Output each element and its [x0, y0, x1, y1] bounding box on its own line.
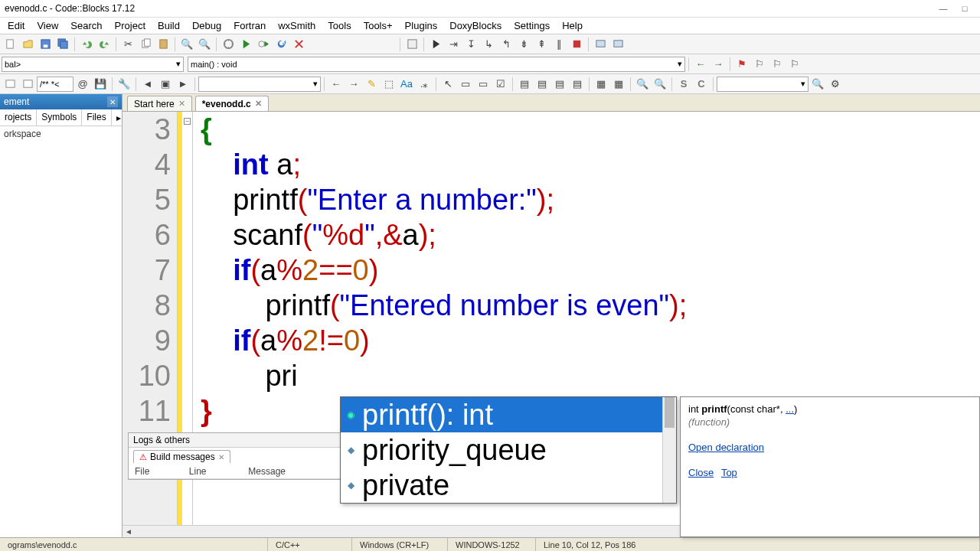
new-file-icon[interactable] [2, 36, 18, 53]
doxy-save-icon[interactable]: 💾 [92, 76, 109, 93]
maximize-button[interactable]: □ [954, 2, 975, 15]
open-declaration-link[interactable]: Open declaration [688, 442, 764, 453]
nav-back-icon[interactable]: ← [692, 56, 709, 73]
open-icon[interactable] [19, 36, 36, 53]
menu-view[interactable]: View [31, 18, 64, 33]
bookmark-prev-icon[interactable]: ⚐ [751, 56, 768, 73]
run-icon[interactable] [237, 36, 254, 53]
build-run-icon[interactable] [255, 36, 272, 53]
close-tab-icon[interactable]: ✕ [178, 99, 185, 109]
autocomplete-item-priority-queue[interactable]: ◆ priority_queue [341, 432, 676, 468]
c-icon[interactable]: C [693, 76, 710, 93]
panel3-icon[interactable]: ▤ [551, 76, 568, 93]
menu-project[interactable]: Project [109, 18, 152, 33]
settings-gear-icon[interactable]: ⚙ [827, 76, 844, 93]
doxy-at-icon[interactable]: @ [74, 76, 91, 93]
col-file[interactable]: File [129, 465, 183, 479]
run-to-cursor-icon[interactable]: ⇥ [445, 36, 462, 53]
save-icon[interactable] [37, 36, 54, 53]
s-icon[interactable]: S [675, 76, 692, 93]
scroll-left-icon[interactable]: ◄ [122, 527, 135, 536]
copy-icon[interactable] [137, 36, 154, 53]
menu-edit[interactable]: Edit [2, 18, 31, 33]
close-log-tab-icon[interactable]: ✕ [218, 453, 224, 461]
doc-varargs-link[interactable]: ... [786, 403, 794, 415]
autocomplete-popup[interactable]: ◉ printf(): int ◆ priority_queue ◆ priva… [340, 396, 677, 504]
close-doc-link[interactable]: Close [688, 467, 714, 478]
undo-icon[interactable] [78, 36, 95, 53]
zoom-in-icon[interactable]: 🔍 [634, 76, 651, 93]
doxy-wrench-icon[interactable]: 🔧 [116, 76, 132, 93]
tab-start-here[interactable]: Start here ✕ [127, 96, 192, 111]
target-icon[interactable] [403, 36, 420, 53]
replace-icon[interactable]: 🔍 [196, 36, 213, 53]
close-panel-icon[interactable]: ✕ [107, 96, 118, 107]
goto-dropdown[interactable]: ▾ [198, 77, 321, 92]
match-case-icon[interactable]: Aa [398, 76, 415, 93]
panel4-icon[interactable]: ▤ [569, 76, 586, 93]
debug-run-icon[interactable] [427, 36, 444, 53]
zoom-out-icon[interactable]: 🔍 [652, 76, 668, 93]
step-instr-icon[interactable]: ⇞ [533, 36, 550, 53]
build-icon[interactable] [220, 36, 237, 53]
save-all-icon[interactable] [54, 36, 71, 53]
minimize-button[interactable]: — [933, 2, 954, 15]
menu-search[interactable]: Search [64, 18, 108, 33]
doxy-line-icon[interactable] [19, 76, 36, 93]
col-line[interactable]: Line [183, 465, 243, 479]
scope-dropdown[interactable]: bal>▾ [2, 57, 184, 72]
autocomplete-item-private[interactable]: ◆ private [341, 468, 676, 503]
tab-projects[interactable]: rojects [0, 109, 37, 126]
comment-style-dropdown[interactable]: /** *< [37, 77, 74, 92]
fold-toggle-icon[interactable]: − [184, 118, 191, 125]
tab-build-messages[interactable]: ⚠ Build messages ✕ [133, 450, 230, 463]
arrow-left-icon[interactable]: ← [328, 76, 345, 93]
cut-icon[interactable]: ✂ [119, 36, 136, 53]
top-doc-link[interactable]: Top [721, 467, 737, 478]
next-instr-icon[interactable]: ⇟ [515, 36, 532, 53]
menu-debug[interactable]: Debug [186, 18, 227, 33]
autocomplete-scrollbar[interactable] [662, 397, 676, 503]
next-line-icon[interactable]: ↧ [462, 36, 479, 53]
select-word-icon[interactable]: ⬚ [381, 76, 397, 93]
jump-fwd-icon[interactable]: ► [175, 76, 191, 93]
redo-icon[interactable] [96, 36, 113, 53]
find-icon[interactable]: 🔍 [178, 36, 195, 53]
function-dropdown[interactable]: main() : void▾ [188, 57, 685, 72]
doxy-block-icon[interactable] [2, 76, 18, 93]
tab-files[interactable]: Files [82, 109, 111, 126]
menu-fortran[interactable]: Fortran [227, 18, 272, 33]
break-icon[interactable]: ‖ [550, 36, 567, 53]
menu-build[interactable]: Build [152, 18, 186, 33]
grid2-icon[interactable]: ▦ [610, 76, 627, 93]
regex-icon[interactable]: .⁎ [416, 76, 433, 93]
debug-windows-icon[interactable] [592, 36, 609, 53]
search-go-icon[interactable]: 🔍 [809, 76, 826, 93]
paste-icon[interactable] [155, 36, 172, 53]
menu-plugins[interactable]: Plugins [399, 18, 444, 33]
bookmark-next-icon[interactable]: ⚐ [769, 56, 786, 73]
menu-settings[interactable]: Settings [508, 18, 556, 33]
bookmark-clear-icon[interactable]: ⚐ [786, 56, 803, 73]
bookmark-flag-icon[interactable]: ⚑ [733, 56, 750, 73]
workspace-node[interactable]: orkspace [4, 129, 118, 139]
tab-evenodd[interactable]: *evenodd.c ✕ [195, 96, 269, 111]
panel1-icon[interactable]: ▤ [516, 76, 533, 93]
text-dropdown[interactable]: ▾ [717, 77, 808, 92]
nav-fwd-icon[interactable]: → [710, 56, 727, 73]
arrow-right-icon[interactable]: → [345, 76, 362, 93]
tab-symbols[interactable]: Symbols [37, 109, 82, 126]
info-icon[interactable] [609, 36, 626, 53]
autocomplete-item-printf[interactable]: ◉ printf(): int [341, 397, 676, 432]
abort-icon[interactable] [290, 36, 307, 53]
stop-icon[interactable] [568, 36, 585, 53]
btn-rect-icon[interactable]: ▭ [457, 76, 474, 93]
menu-tools-plus[interactable]: Tools+ [358, 18, 399, 33]
rebuild-icon[interactable] [273, 36, 289, 53]
col-message[interactable]: Message [242, 465, 341, 479]
step-into-icon[interactable]: ↳ [480, 36, 497, 53]
check-icon[interactable]: ☑ [492, 76, 509, 93]
grid1-icon[interactable]: ▦ [593, 76, 609, 93]
jump-mid-icon[interactable]: ▣ [157, 76, 174, 93]
input-icon[interactable]: ▭ [475, 76, 492, 93]
